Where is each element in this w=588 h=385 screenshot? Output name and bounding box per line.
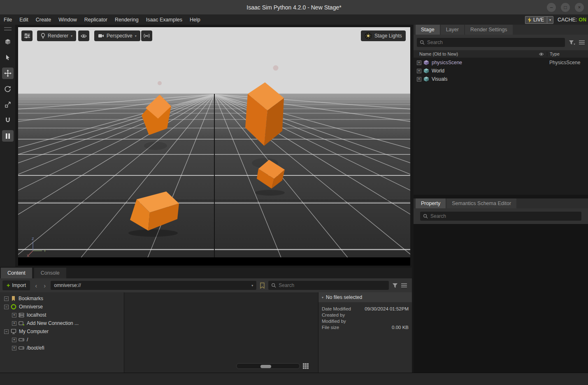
tree-item-my-computer[interactable]: − My Computer	[0, 327, 124, 336]
visibility-button[interactable]	[78, 30, 89, 41]
chevron-down-icon: ▾	[71, 34, 72, 38]
details-header[interactable]: ▾ No files selected	[318, 292, 412, 302]
tree-item-localhost[interactable]: + localhost	[0, 311, 124, 319]
tab-layer[interactable]: Layer	[441, 25, 464, 35]
details-header-label: No files selected	[326, 294, 362, 300]
sphere-prim[interactable]	[273, 65, 279, 71]
menu-edit[interactable]: Edit	[16, 15, 32, 25]
viewport-canvas[interactable]	[18, 27, 410, 266]
statusbar	[0, 373, 588, 385]
eye-icon	[539, 52, 544, 56]
expand-toggle[interactable]: +	[12, 313, 16, 317]
menu-rendering[interactable]: Rendering	[111, 15, 142, 25]
filter-icon[interactable]	[392, 283, 398, 288]
tab-semantics-schema-editor[interactable]: Semantics Schema Editor	[446, 198, 516, 208]
prim-name: World	[432, 68, 444, 74]
path-input[interactable]	[54, 282, 249, 288]
live-button[interactable]: LIVE	[525, 16, 547, 24]
isaac-sim-window: Isaac Sim Python 4.2.0 - New Stage* – □ …	[0, 0, 588, 385]
menu-isaac-examples[interactable]: Isaac Examples	[142, 15, 186, 25]
stage-column-headers: Name (Old to New) Type	[414, 50, 588, 58]
path-field[interactable]: ▾	[51, 281, 256, 290]
close-button[interactable]: ×	[575, 3, 584, 12]
name-column-header[interactable]: Name (Old to New)	[414, 51, 535, 56]
expand-toggle[interactable]: +	[417, 77, 421, 82]
forward-button[interactable]: ›	[42, 282, 47, 289]
tree-item-omniverse[interactable]: − Omniverse	[0, 303, 124, 311]
expand-toggle[interactable]: −	[4, 305, 9, 309]
live-dropdown-button[interactable]: ▾	[547, 16, 553, 24]
tree-item-bookmarks[interactable]: − Bookmarks	[0, 294, 124, 303]
menu-help[interactable]: Help	[186, 15, 204, 25]
axis-gizmo[interactable]: Z Y X	[26, 236, 48, 259]
tab-render-settings[interactable]: Render Settings	[465, 25, 513, 35]
back-button[interactable]: ‹	[33, 282, 39, 289]
tab-property[interactable]: Property	[416, 198, 446, 208]
sync-signal-button[interactable]	[141, 30, 152, 41]
tree-item-add-connection[interactable]: + Add New Connection ...	[0, 319, 124, 327]
type-column-header[interactable]: Type	[547, 51, 588, 56]
expand-toggle[interactable]: −	[4, 329, 9, 334]
expand-toggle[interactable]: +	[12, 338, 16, 342]
list-options-icon[interactable]	[401, 283, 407, 288]
select-tool-button[interactable]	[2, 52, 14, 63]
drive-icon	[19, 337, 24, 343]
expand-toggle[interactable]: −	[4, 296, 9, 301]
panel-splitter[interactable]	[414, 195, 588, 198]
rotate-icon	[4, 86, 11, 93]
grid-view-icon[interactable]	[302, 363, 309, 369]
slider-handle[interactable]	[260, 365, 271, 368]
camera-icon	[98, 33, 104, 38]
thumbnail-size-slider[interactable]	[236, 363, 300, 369]
titlebar: Isaac Sim Python 4.2.0 - New Stage* – □ …	[0, 0, 588, 15]
tree-item-label: /	[27, 337, 28, 343]
menu-replicator[interactable]: Replicator	[81, 15, 111, 25]
expand-toggle[interactable]: +	[12, 321, 16, 326]
toolbar-drag-handle[interactable]	[4, 27, 12, 30]
content-search[interactable]	[268, 281, 389, 290]
viewport-settings-button[interactable]	[21, 30, 33, 41]
stage-row-world[interactable]: + World	[414, 67, 588, 75]
stage-lights-button[interactable]: Stage Lights	[361, 30, 406, 41]
menu-window[interactable]: Window	[55, 15, 80, 25]
tree-item-label: /boot/efi	[27, 345, 44, 351]
pause-button[interactable]	[2, 130, 14, 142]
bookmark-icon[interactable]	[260, 282, 265, 289]
tab-console[interactable]: Console	[34, 268, 66, 278]
rotate-tool-button[interactable]	[2, 83, 14, 95]
minimize-button[interactable]: –	[547, 3, 556, 12]
property-search-input[interactable]	[430, 213, 579, 219]
expand-toggle[interactable]: +	[417, 69, 421, 73]
visibility-column-header[interactable]	[535, 52, 547, 56]
snap-tool-button[interactable]	[2, 114, 14, 126]
menu-create[interactable]: Create	[32, 15, 55, 25]
property-search[interactable]	[420, 212, 581, 221]
scale-tool-button[interactable]	[2, 99, 14, 110]
tab-content[interactable]: Content	[1, 268, 32, 278]
tree-item-boot-efi[interactable]: + /boot/efi	[0, 344, 124, 352]
tab-stage[interactable]: Stage	[416, 25, 440, 35]
transform-space-button[interactable]	[2, 36, 14, 48]
menu-file[interactable]: File	[0, 15, 16, 25]
move-tool-button[interactable]	[2, 68, 14, 79]
camera-dropdown[interactable]: Perspective ▾	[94, 30, 140, 41]
options-icon[interactable]	[579, 40, 585, 45]
filter-icon[interactable]	[569, 40, 575, 45]
stage-row-visuals[interactable]: + Visuals	[414, 75, 588, 83]
stage-row-physics-scene[interactable]: + physicsScene PhysicsScene	[414, 58, 588, 67]
stage-search-input[interactable]	[427, 40, 562, 45]
maximize-button[interactable]: □	[561, 3, 570, 12]
expand-toggle[interactable]: +	[12, 346, 16, 350]
content-tabs: Content Console	[0, 268, 412, 278]
menubar-right: LIVE ▾ CACHE:ON	[525, 16, 588, 24]
import-button[interactable]: + Import	[2, 280, 30, 290]
chevron-down-icon: ▾	[251, 284, 253, 287]
stage-search[interactable]	[417, 38, 565, 47]
sphere-prim[interactable]	[158, 81, 162, 85]
move-icon	[4, 70, 12, 77]
expand-toggle[interactable]: +	[417, 61, 421, 65]
tree-item-root-drive[interactable]: + /	[0, 336, 124, 344]
file-grid-area[interactable]	[124, 292, 318, 373]
renderer-dropdown[interactable]: Renderer ▾	[37, 30, 76, 41]
content-search-input[interactable]	[279, 282, 386, 288]
